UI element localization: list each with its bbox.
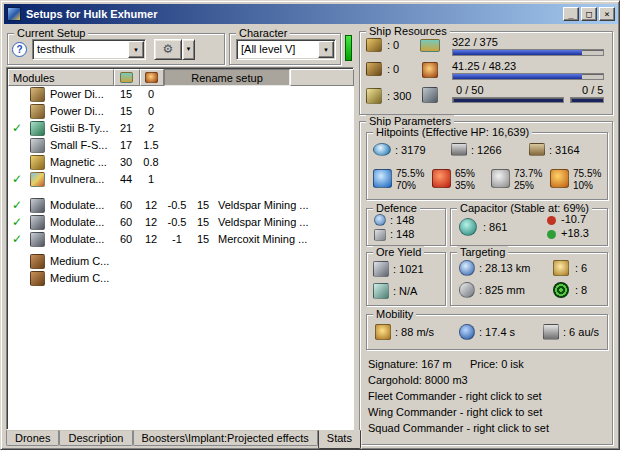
module-row[interactable]: ✓ Medium C... <box>8 253 352 270</box>
module-row[interactable]: ✓ Modulate...6012-0.515Veldspar Mining .… <box>8 197 352 214</box>
kinetic-shield-resist: 73.7% <box>514 168 547 180</box>
setup-tools-dropdown-button[interactable]: ▼ <box>182 39 195 60</box>
module-pg: 0 <box>140 105 162 117</box>
hull-hp-value: : 3164 <box>549 144 580 156</box>
module-name: Power Di... <box>50 105 114 117</box>
module-name: Invulnera... <box>50 173 114 185</box>
targeting-range-icon <box>459 260 475 276</box>
close-button[interactable]: × <box>599 7 615 21</box>
module-name: Modulate... <box>50 216 114 228</box>
warp-speed-icon <box>543 324 559 340</box>
module-row[interactable]: ✓ Gistii B-Ty...212 <box>8 120 352 137</box>
price-text: Price: 0 isk <box>470 358 524 370</box>
kinetic-resist-icon <box>491 169 510 188</box>
help-icon[interactable]: ? <box>12 42 27 57</box>
dropdown-arrow-icon: ▼ <box>186 46 192 52</box>
module-name: Gistii B-Ty... <box>50 122 114 134</box>
powergrid-usage-bar <box>452 73 604 80</box>
scan-resolution-icon <box>459 282 475 298</box>
module-value4: 15 <box>192 199 214 211</box>
targeting-title: Targeting <box>457 246 508 259</box>
passive-defence-value: : 148 <box>390 228 414 240</box>
wrench-icon: ⚙ <box>163 42 174 56</box>
passive-defence-icon <box>374 229 386 241</box>
modules-table: Modules Rename setup ✓ Power Di...150 ✓ … <box>6 67 354 430</box>
scan-resolution-value: : 825 mm <box>479 284 525 296</box>
module-row[interactable]: ✓ Modulate...6012-115Mercoxit Mining ... <box>8 231 352 248</box>
module-row[interactable]: ✓ Medium C... <box>8 270 352 287</box>
tab-boosters-implant-projected-effects[interactable]: Boosters\Implant:Projected effects <box>133 430 318 446</box>
tab-bar: Drones Description Boosters\Implant:Proj… <box>6 430 354 449</box>
module-cpu: 15 <box>114 105 138 117</box>
module-name: Medium C... <box>50 255 114 267</box>
module-cpu: 15 <box>114 88 138 100</box>
max-velocity-icon <box>375 324 391 340</box>
wing-commander-text[interactable]: Wing Commander - right click to set <box>368 406 542 418</box>
module-row[interactable]: ✓ Small F-S...171.5 <box>8 137 352 154</box>
hull-hp-icon <box>529 143 545 156</box>
tab-description[interactable]: Description <box>59 430 132 446</box>
module-cpu: 60 <box>114 216 138 228</box>
max-targets-value: : 6 <box>575 262 587 274</box>
module-name: Power Di... <box>50 88 114 100</box>
ship-resources-title: Ship Resources <box>366 25 450 38</box>
rename-setup-item[interactable]: Rename setup <box>164 69 290 86</box>
fleet-commander-text[interactable]: Fleet Commander - right click to set <box>368 390 542 402</box>
module-pg: 0.8 <box>140 156 162 168</box>
module-row[interactable]: ✓ Invulnera...441 <box>8 171 352 188</box>
kinetic-armor-resist: 25% <box>514 180 547 192</box>
squad-commander-text[interactable]: Squad Commander - right click to set <box>368 422 549 434</box>
character-select-value: [All level V] <box>241 43 317 55</box>
modules-column-header[interactable]: Modules <box>8 69 114 86</box>
setup-select-arrow-icon[interactable]: ▼ <box>128 41 144 58</box>
cpu-column-header[interactable] <box>114 69 140 86</box>
cap-recharge-value: +18.3 <box>561 227 589 239</box>
tab-stats[interactable]: Stats <box>318 430 361 449</box>
module-value3: -1 <box>162 233 192 245</box>
module-row[interactable]: ✓ Power Di...150 <box>8 103 352 120</box>
setup-tools-button[interactable]: ⚙ <box>154 39 182 60</box>
launcher-hardpoints-icon <box>366 62 382 76</box>
modules-table-header: Modules Rename setup <box>8 69 352 86</box>
module-row[interactable]: ✓ Magnetic ...300.8 <box>8 154 352 171</box>
module-pg: 12 <box>140 216 162 228</box>
powergrid-column-header[interactable] <box>140 69 164 86</box>
targeting-range-value: : 28.13 km <box>479 262 530 274</box>
module-icon <box>30 155 45 170</box>
module-icon <box>30 215 45 230</box>
module-cpu: 21 <box>114 122 138 134</box>
module-pg: 12 <box>140 233 162 245</box>
em-armor-resist: 70% <box>396 180 429 192</box>
module-value3: -0.5 <box>162 216 192 228</box>
explosive-shield-resist: 75.5% <box>573 168 606 180</box>
module-name: Modulate... <box>50 233 114 245</box>
maximize-button[interactable]: □ <box>581 7 597 21</box>
module-name: Medium C... <box>50 272 114 284</box>
drones-value: 0 / 5 <box>582 84 603 96</box>
module-name: Modulate... <box>50 199 114 211</box>
charge-column-header[interactable] <box>290 69 354 86</box>
dronebay-bar <box>452 97 564 103</box>
module-charge: Mercoxit Mining ... <box>218 233 348 245</box>
active-check-icon: ✓ <box>12 198 22 212</box>
module-cpu: 17 <box>114 139 138 151</box>
tab-drones[interactable]: Drones <box>6 430 59 446</box>
setup-select[interactable]: testhulk ▼ <box>32 39 146 60</box>
cargohold-text: Cargohold: 8000 m3 <box>368 374 468 386</box>
current-setup-group: Current Setup ? testhulk ▼ ⚙ ▼ <box>7 33 225 65</box>
module-icon <box>30 198 45 213</box>
armor-hp-value: : 1266 <box>471 144 502 156</box>
active-check-icon: ✓ <box>12 121 22 135</box>
module-name: Small F-S... <box>50 139 114 151</box>
minimize-button[interactable]: _ <box>563 7 579 21</box>
crystal-value: : N/A <box>393 285 417 297</box>
module-value4: 15 <box>192 216 214 228</box>
titlebar[interactable]: Setups for Hulk Exhumer _ □ × <box>4 4 618 24</box>
max-velocity-value: : 88 m/s <box>395 326 434 338</box>
powergrid-usage-value: 41.25 / 48.23 <box>452 60 516 72</box>
module-icon <box>30 232 45 247</box>
module-row[interactable]: ✓ Modulate...6012-0.515Veldspar Mining .… <box>8 214 352 231</box>
module-row[interactable]: ✓ Power Di...150 <box>8 86 352 103</box>
character-select[interactable]: [All level V] ▼ <box>236 39 336 60</box>
character-select-arrow-icon[interactable]: ▼ <box>318 41 334 58</box>
